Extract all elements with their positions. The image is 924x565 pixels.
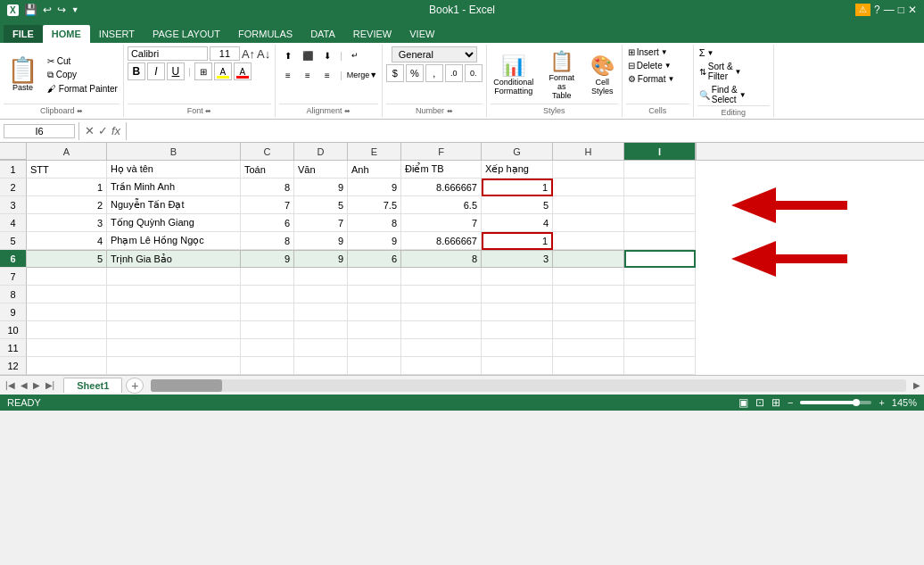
tab-home[interactable]: HOME — [43, 25, 90, 43]
cell-e4[interactable]: 8 — [348, 214, 401, 232]
cell-a1[interactable]: STT — [27, 161, 107, 179]
cell-i6[interactable] — [624, 250, 696, 268]
row-num-7[interactable]: 7 — [0, 268, 27, 286]
cell-d5[interactable]: 9 — [294, 232, 348, 250]
cell-e1[interactable]: Anh — [348, 161, 401, 179]
tab-file[interactable]: FILE — [4, 25, 43, 43]
tab-view[interactable]: VIEW — [400, 25, 443, 43]
align-left-button[interactable]: ≡ — [279, 66, 297, 84]
page-break-view-btn[interactable]: ⊞ — [771, 396, 780, 409]
cell-c5[interactable]: 8 — [241, 232, 294, 250]
cell-a6[interactable]: 5 — [27, 250, 107, 268]
align-middle-button[interactable]: ⬛ — [299, 46, 317, 64]
sheet-tab-sheet1[interactable]: Sheet1 — [63, 378, 122, 393]
qat-undo[interactable]: ↩ — [43, 4, 52, 16]
cell-i1[interactable] — [624, 161, 696, 179]
col-header-d[interactable]: D — [294, 143, 348, 160]
col-header-h[interactable]: H — [553, 143, 624, 160]
cell-c6[interactable]: 9 — [241, 250, 294, 268]
cell-d4[interactable]: 7 — [294, 214, 348, 232]
col-header-f[interactable]: F — [401, 143, 482, 160]
paste-button[interactable]: 📋 Paste — [4, 56, 42, 94]
sheet-nav-last[interactable]: ▶| — [44, 380, 57, 390]
align-right-button[interactable]: ≡ — [318, 66, 336, 84]
merge-button[interactable]: Merge▼ — [346, 66, 378, 84]
cell-h5[interactable] — [553, 232, 624, 250]
col-header-i[interactable]: I — [624, 143, 696, 160]
row-num-5[interactable]: 5 — [0, 232, 27, 250]
cell-h1[interactable] — [553, 161, 624, 179]
font-size-input[interactable] — [210, 46, 240, 61]
select-all-button[interactable] — [0, 143, 27, 160]
delete-btn[interactable]: ⊟Delete▼ — [626, 60, 689, 71]
row-num-10[interactable]: 10 — [0, 321, 27, 339]
format-btn[interactable]: ⚙Format▼ — [626, 73, 689, 85]
formula-input[interactable] — [127, 126, 924, 137]
cell-i5[interactable] — [624, 232, 696, 250]
conditional-formatting-button[interactable]: 📊 ConditionalFormatting — [491, 53, 537, 97]
cell-h4[interactable] — [553, 214, 624, 232]
col-header-a[interactable]: A — [27, 143, 107, 160]
number-format-select[interactable]: General — [392, 46, 477, 62]
cell-e3[interactable]: 7.5 — [348, 196, 401, 214]
cell-g2[interactable]: 1 — [482, 179, 553, 196]
cell-i2[interactable] — [624, 179, 696, 196]
row-num-11[interactable]: 11 — [0, 339, 27, 357]
normal-view-btn[interactable]: ▣ — [738, 396, 748, 409]
tab-review[interactable]: REVIEW — [344, 25, 400, 43]
bold-button[interactable]: B — [128, 62, 145, 80]
cell-c4[interactable]: 6 — [241, 214, 294, 232]
cell-e6[interactable]: 6 — [348, 250, 401, 268]
wrap-text-button[interactable]: ↵ — [346, 46, 364, 64]
decrease-font-btn[interactable]: A↓ — [257, 47, 270, 61]
help-btn[interactable]: ? — [874, 4, 880, 16]
cell-a4[interactable]: 3 — [27, 214, 107, 232]
row-num-2[interactable]: 2 — [0, 179, 27, 196]
row-num-6[interactable]: 6 — [0, 250, 27, 268]
minimize-btn[interactable]: — — [884, 4, 895, 16]
cell-e2[interactable]: 9 — [348, 179, 401, 196]
sheet-nav-next[interactable]: ▶ — [31, 380, 42, 390]
find-select-btn[interactable]: 🔍Find &Select▼ — [697, 84, 770, 105]
tab-insert[interactable]: INSERT — [90, 25, 144, 43]
italic-button[interactable]: I — [147, 62, 165, 80]
scroll-right-btn[interactable]: ▶ — [913, 380, 920, 390]
qat-dropdown[interactable]: ▼ — [71, 5, 79, 14]
zoom-out-btn[interactable]: − — [788, 397, 793, 408]
zoom-in-btn[interactable]: + — [879, 397, 884, 408]
function-icon[interactable]: fx — [111, 124, 120, 137]
row-num-4[interactable]: 4 — [0, 214, 27, 232]
fill-color-button[interactable]: A — [214, 62, 232, 80]
row-num-9[interactable]: 9 — [0, 303, 27, 321]
sort-filter-btn[interactable]: ⇅Sort &Filter▼ — [697, 61, 770, 82]
cell-g6[interactable]: 3 — [482, 250, 553, 268]
add-sheet-button[interactable]: + — [126, 378, 144, 394]
cell-f1[interactable]: Điểm TB — [401, 161, 482, 179]
row-num-12[interactable]: 12 — [0, 357, 27, 375]
col-header-g[interactable]: G — [482, 143, 553, 160]
cancel-icon[interactable]: ✕ — [85, 124, 95, 137]
cell-h3[interactable] — [553, 196, 624, 214]
name-box[interactable] — [4, 124, 75, 138]
cell-a3[interactable]: 2 — [27, 196, 107, 214]
cell-d3[interactable]: 5 — [294, 196, 348, 214]
cell-f2[interactable]: 8.666667 — [401, 179, 482, 196]
col-header-b[interactable]: B — [107, 143, 241, 160]
borders-button[interactable]: ⊞ — [194, 62, 212, 80]
cell-h6[interactable] — [553, 250, 624, 268]
underline-button[interactable]: U — [167, 62, 185, 80]
cell-c3[interactable]: 7 — [241, 196, 294, 214]
tab-formulas[interactable]: FORMULAS — [229, 25, 301, 43]
cell-b2[interactable]: Trần Minh Anh — [107, 179, 241, 196]
cell-b5[interactable]: Phạm Lê Hồng Ngọc — [107, 232, 241, 250]
row-num-1[interactable]: 1 — [0, 161, 27, 179]
col-header-e[interactable]: E — [348, 143, 401, 160]
cut-button[interactable]: ✂ Cut — [45, 55, 120, 67]
tab-page-layout[interactable]: PAGE LAYOUT — [144, 25, 229, 43]
cell-f5[interactable]: 8.666667 — [401, 232, 482, 250]
close-btn[interactable]: ✕ — [908, 4, 917, 16]
qat-redo[interactable]: ↪ — [57, 4, 66, 16]
copy-button[interactable]: ⧉ Copy — [45, 69, 120, 81]
align-top-button[interactable]: ⬆ — [279, 46, 297, 64]
cell-a2[interactable]: 1 — [27, 179, 107, 196]
